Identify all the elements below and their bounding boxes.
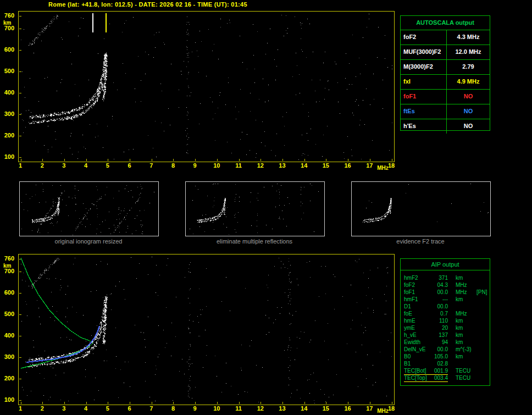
aip-row-name: h_vE xyxy=(404,332,417,339)
aip-row-value: 105.0 xyxy=(434,353,448,361)
aip-row-value: 00.0 xyxy=(437,289,448,296)
x-axis-tick-label: 13 xyxy=(276,405,287,412)
aip-row-unit: TECU xyxy=(456,368,475,375)
y-axis-tick-label: 300 xyxy=(0,353,14,360)
aip-row: h_vE137km xyxy=(401,332,490,339)
aip-row-unit: km xyxy=(456,332,475,339)
aip-row: hmE110km xyxy=(401,318,490,325)
aip-row-unit: TECU xyxy=(456,375,475,382)
aip-table-title: AIP output xyxy=(401,259,490,270)
aip-row-name: hmF2 xyxy=(404,275,418,282)
aip-row-unit: km xyxy=(456,339,475,346)
aip-row-value: 110 xyxy=(439,318,448,325)
aip-row-name: TEC[Bot] xyxy=(404,368,426,374)
aip-row: B102.8 xyxy=(401,361,490,368)
screen: Rome (lat: +41.8, lon: 012.5) - DATE: 20… xyxy=(0,0,532,415)
aip-row-name: ymE xyxy=(404,325,415,332)
x-axis-tick-label: 8 xyxy=(168,405,179,412)
aip-row-value: 137 xyxy=(439,332,448,339)
aip-rows: hmF2371kmfoF204.3MHzfoF100.0MHz[PN]hmF1-… xyxy=(401,270,490,382)
aip-row: hmF1---km xyxy=(401,296,490,303)
y-axis-tick-label: 600 xyxy=(0,289,14,296)
x-axis-tick-label: 15 xyxy=(320,405,331,412)
aip-row-value: 001.9 xyxy=(434,368,448,374)
x-axis-tick-label: 14 xyxy=(298,405,309,412)
x-axis-tick-label: 3 xyxy=(58,405,69,412)
aip-row-name: hmE xyxy=(404,318,415,325)
aip-row: TEC[Top]003.4TECU xyxy=(401,375,490,382)
x-axis-tick-label: 7 xyxy=(146,405,157,412)
aip-row-extra: [PN] xyxy=(476,289,487,296)
y-axis-tick-label: 100 xyxy=(0,396,14,403)
ionogram-plot-bottom xyxy=(18,254,395,405)
aip-row-value: 20 xyxy=(442,325,448,332)
aip-row: foE0.7MHz xyxy=(401,311,490,318)
aip-row-value: --- xyxy=(442,296,448,303)
y-axis-tick-label: 760 xyxy=(0,255,14,262)
aip-row-unit: km xyxy=(456,318,475,325)
aip-row: foF100.0MHz[PN] xyxy=(401,289,490,296)
aip-row-unit: m^(-3) xyxy=(456,346,475,353)
aip-row: B0105.0km xyxy=(401,353,490,361)
aip-row-name: TEC[Top] xyxy=(404,375,427,381)
aip-table: AIP output hmF2371kmfoF204.3MHzfoF100.0M… xyxy=(400,258,490,386)
aip-row-unit: km xyxy=(456,325,475,332)
ionogram-bottom-canvas xyxy=(19,254,394,405)
aip-row: foF204.3MHz xyxy=(401,282,490,289)
x-axis-unit-label: MHz xyxy=(377,408,389,414)
aip-row-value: 04.3 xyxy=(437,282,448,289)
aip-row-unit: km xyxy=(456,275,475,282)
aip-row-unit xyxy=(456,303,475,311)
x-axis-tick-label: 6 xyxy=(124,405,135,412)
y-axis-tick-label: 500 xyxy=(0,311,14,317)
aip-row-name: B0 xyxy=(404,353,411,361)
aip-row-value: 02.8 xyxy=(437,361,448,368)
aip-row-name: hmF1 xyxy=(404,296,418,303)
aip-row-name: B1 xyxy=(404,361,411,368)
aip-row-name: foE xyxy=(404,311,412,318)
aip-row-unit xyxy=(456,361,475,368)
aip-row-unit: km xyxy=(456,296,475,303)
aip-row: TEC[Bot]001.9TECU xyxy=(401,368,490,375)
aip-row-value: 0.7 xyxy=(440,311,448,318)
x-axis-tick-label: 1 xyxy=(15,405,26,412)
x-axis-tick-label: 11 xyxy=(233,405,244,412)
x-axis-tick-label: 16 xyxy=(342,405,353,412)
aip-row: ymE20km xyxy=(401,325,490,332)
y-axis-tick-label: 200 xyxy=(0,375,14,381)
aip-row: Ewidth94km xyxy=(401,339,490,346)
x-axis-tick-label: 17 xyxy=(364,405,375,412)
y-axis-tick-label: 400 xyxy=(0,332,14,339)
x-axis-tick-label: 10 xyxy=(211,405,222,412)
x-axis-tick-label: 2 xyxy=(37,405,48,412)
aip-row: D100.0 xyxy=(401,303,490,311)
aip-row-value: 00.0 xyxy=(437,303,448,311)
aip-row-name: foF2 xyxy=(404,282,415,289)
aip-row-unit: MHz xyxy=(456,311,475,318)
y-axis-tick-label: 700 xyxy=(0,268,14,274)
aip-row-name: Ewidth xyxy=(404,339,420,346)
x-axis-tick-label: 5 xyxy=(102,405,113,412)
aip-row-value: 94 xyxy=(442,339,448,346)
aip-row-value: 003.4 xyxy=(434,375,448,381)
aip-row-name: foF1 xyxy=(404,289,415,296)
x-axis-tick-label: 4 xyxy=(80,405,91,412)
aip-row: hmF2371km xyxy=(401,275,490,282)
aip-row-unit: MHz xyxy=(456,282,475,289)
aip-row-name: D1 xyxy=(404,303,411,311)
aip-row-name: DelN_vE xyxy=(404,346,425,353)
aip-row-unit: MHz xyxy=(456,289,475,296)
aip-row-unit: km xyxy=(456,353,475,361)
x-axis-tick-label: 9 xyxy=(190,405,201,412)
x-axis-tick-label: 12 xyxy=(255,405,266,412)
aip-row-value: 00.0 xyxy=(437,346,448,353)
aip-row: DelN_vE00.0m^(-3) xyxy=(401,346,490,353)
aip-row-value: 371 xyxy=(439,275,448,282)
